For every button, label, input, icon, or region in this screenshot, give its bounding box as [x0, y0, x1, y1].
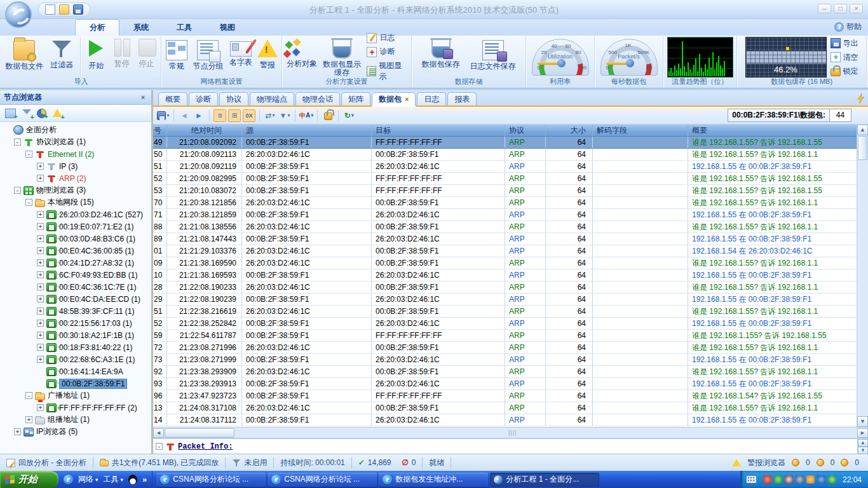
- view-tab[interactable]: 报表 ×: [447, 92, 477, 105]
- tree-expander[interactable]: [37, 356, 44, 363]
- tree-item[interactable]: 00:E0:4C:36:00:85 (1): [0, 245, 151, 257]
- packet-row[interactable]: 71 21:20:38.121859 00:0B:2F:38:59:F1 26:…: [153, 209, 857, 221]
- lock-scroll-icon[interactable]: [322, 109, 334, 122]
- add-alarm-icon[interactable]: [51, 109, 62, 118]
- packet-row[interactable]: 93 21:23:38.293913 00:0B:2F:38:59:F1 26:…: [153, 378, 857, 390]
- packet-row[interactable]: 52 21:22:38.252842 00:0B:2F:38:59:F1 26:…: [153, 318, 857, 330]
- log-file-save-button[interactable]: 日志文件保存: [466, 37, 520, 77]
- taskbar-button[interactable]: e 分析工程 1 - 全面分...: [490, 473, 599, 487]
- packet-count-value[interactable]: 44: [829, 109, 851, 121]
- tray-icon[interactable]: [763, 475, 771, 484]
- tree-item[interactable]: 00:0B:2F:38:59:F1: [0, 377, 151, 390]
- detail-view-toggle-icon[interactable]: ⊞: [228, 109, 241, 122]
- decode-scrollbar[interactable]: ▲ ▼: [857, 439, 868, 455]
- next-packet-icon[interactable]: ►: [193, 109, 205, 122]
- tree-expander[interactable]: [37, 295, 44, 302]
- packet-row[interactable]: 72 21:23:08.271996 26:20:03:D2:46:1C 00:…: [153, 342, 857, 354]
- view-tab[interactable]: 协议 ×: [219, 92, 248, 105]
- packet-row[interactable]: 10 21:21:38.169593 00:0B:2F:38:59:F1 26:…: [153, 269, 857, 281]
- node-group-button[interactable]: 节点分组: [191, 37, 226, 77]
- app-logo-icon[interactable]: [5, 1, 32, 28]
- scroll-up-icon[interactable]: ▲: [857, 125, 868, 135]
- ribbon-tab[interactable]: 工具: [163, 20, 206, 36]
- tree-expander[interactable]: [37, 271, 44, 278]
- tree-expander[interactable]: [25, 199, 32, 206]
- scrollbar-thumb[interactable]: [165, 428, 234, 438]
- packet-row[interactable]: 13 21:24:08.317108 26:20:03:D2:46:1C 00:…: [153, 402, 857, 414]
- tree-item[interactable]: 00:19:E0:07:71:E2 (1): [0, 220, 151, 233]
- tree-expander[interactable]: [37, 247, 44, 254]
- tree-expander[interactable]: [25, 151, 32, 158]
- view-tab[interactable]: 物理会话 ×: [295, 92, 340, 105]
- quick-launch-menu[interactable]: 网络▾: [78, 474, 98, 485]
- regular-button[interactable]: 常规: [164, 37, 189, 77]
- tree-item[interactable]: 00:22:15:56:17:03 (1): [0, 317, 151, 329]
- view-tab[interactable]: 诊断 ×: [189, 92, 218, 105]
- scroll-up-icon[interactable]: ▲: [858, 439, 868, 447]
- tree-item[interactable]: 00:30:18:A2:1F:1B (1): [0, 329, 151, 341]
- tree-item[interactable]: IP浏览器 (5): [0, 426, 151, 438]
- packet-row[interactable]: 88 21:21:08.138556 26:20:03:D2:46:1C 00:…: [153, 221, 857, 233]
- minimize-button[interactable]: –: [818, 4, 831, 13]
- analysis-object-button[interactable]: 分析对象: [285, 37, 319, 77]
- packet-row[interactable]: 53 21:20:10.083072 00:0B:2F:38:59:F1 FF:…: [153, 185, 857, 197]
- hex-view-toggle-icon[interactable]: 0X: [243, 109, 255, 122]
- tree-expander[interactable]: [37, 332, 44, 339]
- scroll-left-icon[interactable]: ◄: [153, 428, 164, 438]
- view-tab[interactable]: 物理端点 ×: [250, 92, 294, 105]
- packet-row[interactable]: 59 21:22:54.611787 00:0B:2F:38:59:F1 FF:…: [153, 330, 857, 342]
- tree-expander[interactable]: [37, 283, 44, 290]
- scrollbar-thumb[interactable]: [858, 136, 867, 160]
- tree-expander[interactable]: [14, 139, 21, 146]
- packet-order-icon[interactable]: ⇄▾: [264, 109, 276, 122]
- alarm-button[interactable]: 警报: [256, 37, 279, 77]
- packet-row[interactable]: 52 21:20:09.082995 00:0B:2F:38:59:F1 FF:…: [153, 173, 857, 185]
- tree-expander[interactable]: [14, 428, 21, 435]
- refresh-icon[interactable]: ↻▾: [342, 109, 355, 122]
- ie-icon[interactable]: e: [64, 475, 73, 484]
- export-button[interactable]: 导出: [831, 38, 858, 49]
- clock[interactable]: 22:04: [843, 475, 862, 484]
- taskbar-button[interactable]: e CSNA网络分析论坛 ...: [268, 473, 377, 487]
- tree-item[interactable]: 本地网段 (15): [0, 196, 151, 208]
- packet-row[interactable]: 09 21:21:38.169590 26:20:03:D2:46:1C 00:…: [153, 257, 857, 269]
- add-graph-icon[interactable]: [37, 109, 46, 118]
- tree-item[interactable]: 00:18:F3:81:40:22 (1): [0, 341, 151, 353]
- name-table-button[interactable]: 名字表: [227, 37, 255, 77]
- vertical-scrollbar[interactable]: ▲ ▼: [857, 125, 868, 427]
- tray-icon[interactable]: [774, 475, 782, 484]
- lightning-icon[interactable]: [857, 93, 865, 104]
- packet-info-label[interactable]: Packet Info:: [178, 442, 233, 451]
- chevron-more-icon[interactable]: »: [142, 475, 147, 484]
- packet-row[interactable]: 51 21:22:38.216619 26:20:03:D2:46:1C 00:…: [153, 306, 857, 318]
- tree-item[interactable]: FF:FF:FF:FF:FF:FF (2): [0, 402, 151, 414]
- tree-expander[interactable]: [37, 211, 44, 218]
- tree-item[interactable]: 物理浏览器 (3): [0, 184, 151, 196]
- stop-button[interactable]: 停止: [135, 37, 158, 77]
- tree-item[interactable]: 00:E0:4C:DA:EE:CD (1): [0, 293, 151, 305]
- packet-row[interactable]: 73 21:23:08.271999 00:0B:2F:38:59:F1 26:…: [153, 354, 857, 366]
- tree-expander[interactable]: [37, 404, 44, 411]
- close-button[interactable]: ×: [850, 4, 863, 13]
- tree-item[interactable]: 00:03:0D:48:B3:C6 (1): [0, 233, 151, 245]
- tree-expander[interactable]: [37, 308, 44, 315]
- taskbar-button[interactable]: e 数据包发生地址冲...: [379, 473, 488, 487]
- clear-button[interactable]: 清空: [831, 52, 858, 63]
- qq-icon[interactable]: [128, 475, 137, 484]
- pause-button[interactable]: 暂停: [110, 37, 133, 77]
- save-packets-icon[interactable]: ▾: [157, 109, 170, 122]
- splitter-grip[interactable]: ||||: [508, 430, 517, 436]
- view-tab[interactable]: 日志 ×: [417, 92, 446, 105]
- packet-row[interactable]: 50 21:20:08.092113 26:20:03:D2:46:1C 00:…: [153, 149, 857, 161]
- diagnosis-button[interactable]: 诊断: [365, 46, 409, 58]
- maximize-button[interactable]: □: [834, 4, 847, 13]
- tree-expander[interactable]: [25, 416, 32, 423]
- packet-display-buffer-button[interactable]: 数据包显示缓存: [320, 37, 364, 77]
- tree-expander[interactable]: [37, 259, 44, 266]
- tree-item[interactable]: 组播地址 (1): [0, 414, 151, 426]
- tree-expander[interactable]: [14, 187, 21, 194]
- tree-expander[interactable]: [37, 163, 44, 170]
- packet-row[interactable]: 14 21:24:08.317112 00:0B:2F:38:59:F1 26:…: [153, 414, 857, 426]
- scroll-right-icon[interactable]: ►: [857, 428, 868, 438]
- log-button[interactable]: 日志: [365, 32, 409, 44]
